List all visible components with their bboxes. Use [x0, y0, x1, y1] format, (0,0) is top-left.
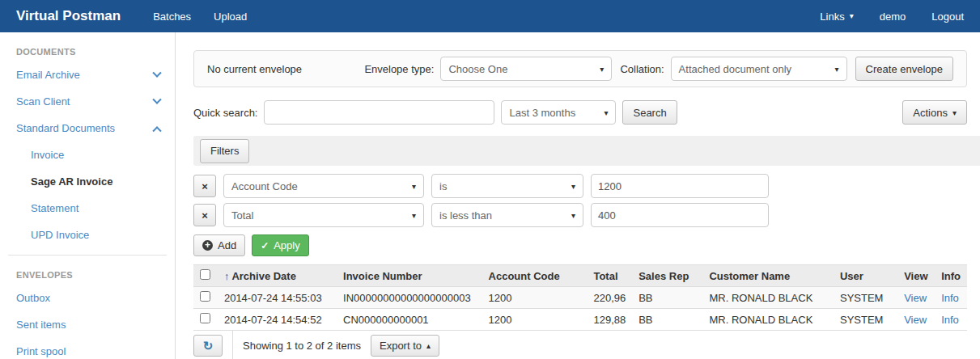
navbar-right: Links ▾ demo Logout	[820, 11, 964, 23]
sidebar-item-print-spool[interactable]: Print spool	[0, 338, 175, 359]
app-brand[interactable]: Virtual Postman	[16, 8, 121, 24]
cell-customer-name: MR. RONALD BLACK	[702, 287, 834, 309]
cell-total: 220,96	[587, 287, 632, 309]
export-to-button[interactable]: Export to ▴	[371, 335, 439, 357]
collation-label: Collation:	[620, 63, 664, 75]
filter-value-input[interactable]	[591, 174, 769, 198]
filter-row: × Account Code ▾ is ▾	[193, 174, 967, 198]
collation-select[interactable]: Attached document only ▾	[671, 57, 847, 81]
nav-item-upload[interactable]: Upload	[214, 11, 247, 23]
column-header-archive-date[interactable]: ↑Archive Date	[218, 265, 337, 287]
remove-filter-button[interactable]: ×	[193, 175, 216, 197]
navbar-left: Batches Upload	[153, 11, 247, 23]
sidebar-item-sage-ar-invoice[interactable]: Sage AR Invoice	[0, 168, 175, 195]
sidebar-item-sent-items[interactable]: Sent items	[0, 311, 175, 338]
refresh-button[interactable]: ↻	[193, 335, 223, 357]
column-header-invoice-number[interactable]: Invoice Number	[337, 265, 482, 287]
nav-links-dropdown[interactable]: Links ▾	[820, 11, 853, 23]
filter-field-select[interactable]: Total ▾	[223, 203, 424, 227]
filters-header-bar: Filters	[193, 136, 980, 166]
chevron-down-icon	[152, 95, 161, 103]
sidebar-item-label: Scan Client	[16, 95, 70, 108]
sidebar-item-invoice[interactable]: Invoice	[0, 141, 175, 168]
actions-button[interactable]: Actions ▾	[902, 100, 967, 125]
quick-search-label: Quick search:	[193, 107, 257, 119]
footer-divider	[232, 331, 233, 359]
filter-operator-select[interactable]: is ▾	[431, 174, 583, 198]
column-header-total[interactable]: Total	[587, 265, 632, 287]
quick-search-input[interactable]	[264, 100, 494, 125]
collation-value: Attached document only	[679, 63, 791, 75]
cell-sales-rep: BB	[632, 309, 702, 331]
sidebar-header-envelopes: ENVELOPES	[0, 262, 175, 285]
sidebar-item-scan-client[interactable]: Scan Client	[0, 88, 175, 115]
column-header-account-code[interactable]: Account Code	[482, 265, 588, 287]
column-header-customer-name[interactable]: Customer Name	[702, 265, 834, 287]
column-header-user[interactable]: User	[834, 265, 897, 287]
virtual-postman-app: Virtual Postman Batches Upload Links ▾ d…	[0, 0, 980, 359]
cell-customer-name: MR. RONALD BLACK	[702, 309, 834, 331]
table-row: 2014-07-24 14:55:03 IN000000000000000000…	[193, 287, 967, 309]
caret-down-icon: ▾	[571, 211, 575, 220]
check-icon: ✓	[261, 240, 269, 251]
cell-user: SYSTEM	[834, 287, 897, 309]
sidebar-item-statement[interactable]: Statement	[0, 195, 175, 222]
sidebar-divider	[8, 255, 167, 256]
caret-down-icon: ▾	[600, 65, 604, 74]
row-checkbox[interactable]	[200, 313, 210, 323]
sidebar-item-label: Email Archive	[16, 69, 80, 81]
info-link[interactable]: Info	[941, 292, 959, 304]
filter-value-input[interactable]	[591, 203, 769, 227]
caret-up-icon: ▴	[426, 341, 431, 350]
filter-row: × Total ▾ is less than ▾	[193, 203, 967, 227]
view-link[interactable]: View	[904, 314, 927, 326]
column-header-label: Archive Date	[231, 270, 295, 282]
row-checkbox[interactable]	[200, 291, 210, 302]
envelope-type-select[interactable]: Choose One ▾	[440, 57, 612, 81]
sidebar-item-email-archive[interactable]: Email Archive	[0, 61, 175, 88]
filters-toggle-button[interactable]: Filters	[200, 139, 249, 163]
cell-archive-date: 2014-07-24 14:55:03	[218, 287, 337, 309]
search-button[interactable]: Search	[622, 100, 677, 125]
sidebar: DOCUMENTS Email Archive Scan Client Stan…	[0, 32, 176, 359]
filter-field-value: Account Code	[231, 180, 298, 192]
nav-item-logout[interactable]: Logout	[931, 11, 964, 23]
add-filter-button[interactable]: + Add	[193, 234, 245, 256]
nav-item-user[interactable]: demo	[880, 11, 906, 23]
caret-down-icon: ▾	[412, 211, 416, 220]
sidebar-item-outbox[interactable]: Outbox	[0, 285, 175, 311]
main-content: No current envelope Envelope type: Choos…	[176, 32, 980, 359]
cell-user: SYSTEM	[834, 309, 897, 331]
top-navbar: Virtual Postman Batches Upload Links ▾ d…	[0, 0, 980, 32]
filter-actions-row: + Add ✓ Apply	[193, 234, 967, 256]
filter-field-select[interactable]: Account Code ▾	[223, 174, 424, 198]
remove-filter-button[interactable]: ×	[193, 204, 216, 226]
sidebar-item-label: Standard Documents	[16, 122, 115, 134]
sidebar-item-standard-documents[interactable]: Standard Documents	[0, 115, 175, 141]
sidebar-item-upd-invoice[interactable]: UPD Invoice	[0, 222, 175, 248]
envelope-type-label: Envelope type:	[364, 63, 434, 75]
column-header-sales-rep[interactable]: Sales Rep	[632, 265, 702, 287]
cell-total: 129,88	[587, 309, 632, 331]
apply-filters-button[interactable]: ✓ Apply	[252, 234, 309, 256]
sidebar-header-documents: DOCUMENTS	[0, 39, 175, 61]
results-table: ↑Archive Date Invoice Number Account Cod…	[193, 264, 967, 331]
caret-down-icon: ▾	[412, 182, 416, 191]
filter-operator-select[interactable]: is less than ▾	[431, 203, 583, 227]
add-filter-label: Add	[218, 239, 236, 251]
actions-button-label: Actions	[913, 107, 948, 119]
info-link[interactable]: Info	[941, 314, 959, 326]
view-link[interactable]: View	[904, 292, 927, 304]
chevron-up-icon	[152, 126, 161, 135]
column-header-view: View	[897, 265, 935, 287]
caret-down-icon: ▾	[604, 108, 608, 117]
create-envelope-button[interactable]: Create envelope	[855, 57, 953, 81]
select-all-checkbox[interactable]	[200, 269, 210, 280]
nav-item-batches[interactable]: Batches	[153, 11, 191, 23]
plus-circle-icon: +	[202, 240, 213, 251]
caret-down-icon: ▾	[571, 182, 575, 191]
sort-ascending-icon: ↑	[224, 270, 230, 282]
date-range-select[interactable]: Last 3 months ▾	[501, 100, 616, 125]
export-to-label: Export to	[380, 340, 422, 352]
envelope-panel: No current envelope Envelope type: Choos…	[193, 50, 967, 87]
